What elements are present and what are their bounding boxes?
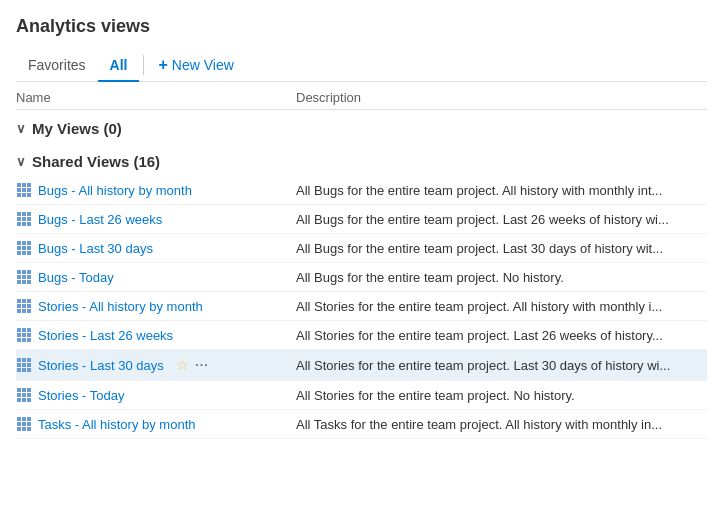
grid-icon	[16, 357, 32, 373]
row-description: All Bugs for the entire team project. La…	[296, 241, 707, 256]
row-link[interactable]: Tasks - All history by month	[38, 417, 196, 432]
row-description: All Bugs for the entire team project. Al…	[296, 183, 707, 198]
col-header-name: Name	[16, 90, 296, 105]
shared-rows: Bugs - All history by monthAll Bugs for …	[16, 176, 707, 439]
row-name-cell: Tasks - All history by month	[16, 416, 296, 432]
row-actions: ☆···	[176, 356, 210, 374]
row-link[interactable]: Bugs - Today	[38, 270, 114, 285]
row-link[interactable]: Stories - All history by month	[38, 299, 203, 314]
row-description: All Tasks for the entire team project. A…	[296, 417, 707, 432]
row-name-cell: Stories - Last 30 days☆···	[16, 356, 296, 374]
tab-favorites[interactable]: Favorites	[16, 49, 98, 81]
page-header: Analytics views Favorites All + New View	[0, 0, 723, 82]
table-row: Stories - All history by monthAll Storie…	[16, 292, 707, 321]
row-name-cell: Bugs - Last 30 days	[16, 240, 296, 256]
grid-icon	[16, 416, 32, 432]
chevron-icon: ∨	[16, 121, 26, 136]
more-options-icon[interactable]: ···	[193, 356, 210, 374]
new-view-label: New View	[172, 57, 234, 73]
row-description: All Stories for the entire team project.…	[296, 388, 707, 403]
table-container: Name Description ∨ My Views (0) ∨ Shared…	[0, 82, 723, 439]
plus-icon: +	[158, 56, 167, 74]
table-row: Bugs - Last 26 weeksAll Bugs for the ent…	[16, 205, 707, 234]
section-my-views[interactable]: ∨ My Views (0)	[16, 110, 707, 143]
grid-icon	[16, 298, 32, 314]
grid-icon	[16, 211, 32, 227]
table-row: Stories - Last 26 weeksAll Stories for t…	[16, 321, 707, 350]
table-row: Tasks - All history by monthAll Tasks fo…	[16, 410, 707, 439]
tab-divider	[143, 55, 144, 75]
grid-icon	[16, 327, 32, 343]
row-description: All Bugs for the entire team project. La…	[296, 212, 707, 227]
row-description: All Stories for the entire team project.…	[296, 328, 707, 343]
column-headers: Name Description	[16, 82, 707, 110]
tabs-row: Favorites All + New View	[16, 49, 707, 82]
row-link[interactable]: Stories - Today	[38, 388, 124, 403]
row-name-cell: Bugs - Last 26 weeks	[16, 211, 296, 227]
row-link[interactable]: Stories - Last 26 weeks	[38, 328, 173, 343]
new-view-button[interactable]: + New View	[148, 50, 243, 80]
page-title: Analytics views	[16, 16, 707, 37]
col-header-description: Description	[296, 90, 707, 105]
section-shared-views[interactable]: ∨ Shared Views (16)	[16, 143, 707, 176]
row-link[interactable]: Stories - Last 30 days	[38, 358, 164, 373]
row-link[interactable]: Bugs - Last 26 weeks	[38, 212, 162, 227]
table-row: Stories - TodayAll Stories for the entir…	[16, 381, 707, 410]
row-name-cell: Bugs - All history by month	[16, 182, 296, 198]
row-link[interactable]: Bugs - Last 30 days	[38, 241, 153, 256]
tab-all[interactable]: All	[98, 49, 140, 81]
row-description: All Stories for the entire team project.…	[296, 358, 707, 373]
favorite-icon[interactable]: ☆	[176, 357, 189, 373]
table-row: Stories - Last 30 days☆···All Stories fo…	[16, 350, 707, 381]
chevron-icon-shared: ∨	[16, 154, 26, 169]
grid-icon	[16, 240, 32, 256]
section-my-views-label: My Views (0)	[32, 120, 122, 137]
table-row: Bugs - Last 30 daysAll Bugs for the enti…	[16, 234, 707, 263]
row-name-cell: Bugs - Today	[16, 269, 296, 285]
table-row: Bugs - TodayAll Bugs for the entire team…	[16, 263, 707, 292]
row-description: All Stories for the entire team project.…	[296, 299, 707, 314]
grid-icon	[16, 269, 32, 285]
row-link[interactable]: Bugs - All history by month	[38, 183, 192, 198]
row-name-cell: Stories - All history by month	[16, 298, 296, 314]
grid-icon	[16, 387, 32, 403]
row-name-cell: Stories - Today	[16, 387, 296, 403]
row-description: All Bugs for the entire team project. No…	[296, 270, 707, 285]
section-shared-views-label: Shared Views (16)	[32, 153, 160, 170]
row-name-cell: Stories - Last 26 weeks	[16, 327, 296, 343]
grid-icon	[16, 182, 32, 198]
table-row: Bugs - All history by monthAll Bugs for …	[16, 176, 707, 205]
